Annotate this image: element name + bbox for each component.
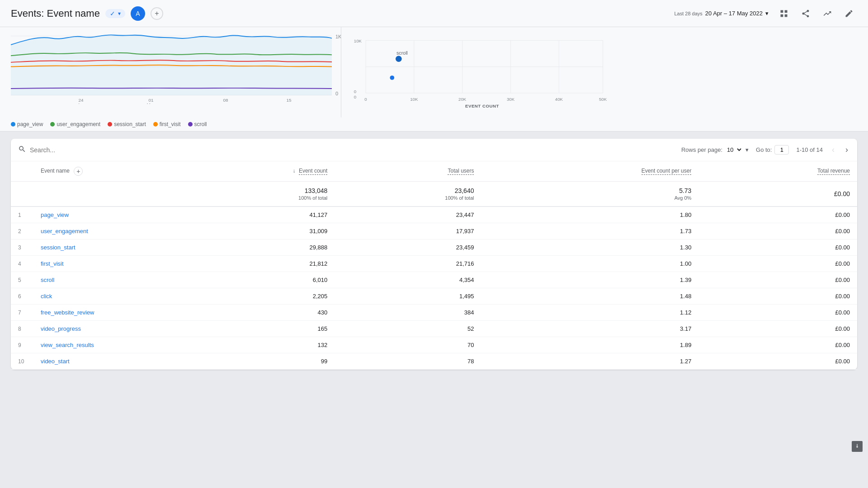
event-name-cell-9: view_search_results bbox=[33, 337, 169, 353]
event-name-link-3[interactable]: session_start bbox=[41, 244, 75, 251]
title-badge[interactable]: ✓ ▾ bbox=[105, 9, 125, 18]
event-count-per-user-cell-8: 3.17 bbox=[481, 321, 698, 337]
event-count-per-user-cell-3: 1.30 bbox=[481, 239, 698, 256]
prev-page-button[interactable]: ‹ bbox=[830, 144, 836, 155]
col-label-event-count-per-user: Event count per user bbox=[642, 168, 692, 175]
totals-total-users: 23,640 100% of total bbox=[335, 182, 481, 207]
legend-item-scroll: scroll bbox=[188, 121, 207, 127]
svg-text:EVENT COUNT: EVENT COUNT bbox=[465, 103, 499, 108]
table-row: 8 video_progress 165 52 3.17 £0.00 bbox=[11, 321, 857, 337]
table-row: 4 first_visit 21,812 21,716 1.00 £0.00 bbox=[11, 256, 857, 272]
header-actions bbox=[776, 5, 857, 22]
col-header-event-count-per-user: Event count per user bbox=[481, 161, 698, 182]
col-header-event-count[interactable]: ↓ Event count bbox=[169, 161, 335, 182]
event-name-cell-6: click bbox=[33, 288, 169, 305]
row-num-6: 6 bbox=[11, 288, 33, 305]
edit-icon[interactable] bbox=[841, 5, 857, 22]
event-name-link-6[interactable]: click bbox=[41, 293, 52, 300]
svg-text:10K: 10K bbox=[354, 38, 362, 43]
event-name-cell-8: video_progress bbox=[33, 321, 169, 337]
rows-per-page-label: Rows per page: bbox=[681, 146, 722, 153]
total-revenue-cell-5: £0.00 bbox=[698, 272, 857, 288]
event-name-link-4[interactable]: first_visit bbox=[41, 260, 64, 267]
event-name-link-1[interactable]: page_view bbox=[41, 211, 69, 218]
total-users-cell-1: 23,447 bbox=[335, 206, 481, 223]
avatar[interactable]: A bbox=[131, 6, 145, 21]
sort-arrow-icon: ↓ bbox=[293, 168, 296, 174]
total-revenue-cell-8: £0.00 bbox=[698, 321, 857, 337]
table-row: 3 session_start 29,888 23,459 1.30 £0.00 bbox=[11, 239, 857, 256]
table-row: 5 scroll 6,010 4,354 1.39 £0.00 bbox=[11, 272, 857, 288]
col-header-row-num bbox=[11, 161, 33, 182]
total-users-cell-6: 1,495 bbox=[335, 288, 481, 305]
col-label-total-revenue: Total revenue bbox=[817, 168, 850, 175]
total-users-cell-10: 78 bbox=[335, 353, 481, 370]
date-range-prefix: Last 28 days bbox=[674, 11, 702, 16]
total-users-cell-2: 17,937 bbox=[335, 223, 481, 239]
check-icon: ✓ bbox=[110, 10, 115, 17]
search-container bbox=[18, 145, 120, 155]
totals-event-count-per-user: 5.73 Avg 0% bbox=[481, 182, 698, 207]
event-count-per-user-cell-2: 1.73 bbox=[481, 223, 698, 239]
svg-text:50K: 50K bbox=[599, 97, 607, 102]
total-users-cell-4: 21,716 bbox=[335, 256, 481, 272]
row-num-7: 7 bbox=[11, 305, 33, 321]
trend-icon[interactable] bbox=[819, 5, 835, 22]
go-to-input[interactable] bbox=[774, 145, 789, 155]
row-num-4: 4 bbox=[11, 256, 33, 272]
rows-per-page-select[interactable]: 10 25 50 bbox=[725, 146, 743, 154]
next-page-button[interactable]: › bbox=[844, 144, 850, 155]
event-name-cell-10: video_start bbox=[33, 353, 169, 370]
svg-text:Apr: Apr bbox=[77, 102, 85, 104]
event-name-cell-7: free_website_review bbox=[33, 305, 169, 321]
total-users-cell-8: 52 bbox=[335, 321, 481, 337]
legend-dot-session-start bbox=[108, 122, 112, 127]
event-name-link-5[interactable]: scroll bbox=[41, 277, 54, 283]
main-container: Events: Event name ✓ ▾ A + Last 28 days … bbox=[0, 0, 868, 488]
add-column-button[interactable]: + bbox=[74, 167, 83, 176]
table-view-icon[interactable] bbox=[776, 5, 792, 22]
event-count-cell-9: 132 bbox=[169, 337, 335, 353]
total-revenue-cell-9: £0.00 bbox=[698, 337, 857, 353]
event-count-per-user-cell-1: 1.80 bbox=[481, 206, 698, 223]
legend-dot-scroll bbox=[188, 122, 193, 127]
event-name-cell-1: page_view bbox=[33, 206, 169, 223]
add-comparison-button[interactable]: + bbox=[151, 7, 163, 20]
event-count-cell-5: 6,010 bbox=[169, 272, 335, 288]
page-title: Events: Event name bbox=[11, 8, 100, 19]
total-revenue-cell-10: £0.00 bbox=[698, 353, 857, 370]
event-name-link-2[interactable]: user_engagement bbox=[41, 228, 88, 235]
legend-item-session-start: session_start bbox=[108, 121, 146, 127]
event-name-link-8[interactable]: video_progress bbox=[41, 325, 81, 332]
total-revenue-cell-7: £0.00 bbox=[698, 305, 857, 321]
row-num-9: 9 bbox=[11, 337, 33, 353]
header-left: Events: Event name ✓ ▾ A + bbox=[11, 6, 163, 21]
event-count-cell-3: 29,888 bbox=[169, 239, 335, 256]
legend-dot-user-engagement bbox=[50, 122, 55, 127]
search-input[interactable] bbox=[30, 146, 120, 154]
share-icon[interactable] bbox=[797, 5, 814, 22]
col-label-event-name: Event name bbox=[41, 168, 70, 174]
svg-point-24 bbox=[396, 56, 402, 62]
scatter-chart: 10K 0 0 scroll bbox=[350, 32, 857, 108]
table-controls: Rows per page: 10 25 50 ▾ Go to: 1-10 of… bbox=[11, 139, 857, 161]
svg-text:30K: 30K bbox=[507, 97, 515, 102]
event-name-link-10[interactable]: video_start bbox=[41, 358, 70, 365]
totals-event-count: 133,048 100% of total bbox=[169, 182, 335, 207]
event-name-link-9[interactable]: view_search_results bbox=[41, 342, 94, 348]
svg-text:scroll: scroll bbox=[396, 50, 408, 56]
date-range-selector[interactable]: Last 28 days 20 Apr – 17 May 2022 ▾ bbox=[674, 10, 769, 17]
col-label-total-users: Total users bbox=[448, 168, 474, 175]
total-users-cell-7: 384 bbox=[335, 305, 481, 321]
event-name-link-7[interactable]: free_website_review bbox=[41, 309, 94, 316]
legend-item-first-visit: first_visit bbox=[153, 121, 181, 127]
legend-dot-first-visit bbox=[153, 122, 158, 127]
svg-text:20K: 20K bbox=[458, 97, 467, 102]
legend-dot-page-view bbox=[11, 122, 15, 127]
table-row: 10 video_start 99 78 1.27 £0.00 bbox=[11, 353, 857, 370]
svg-text:0: 0 bbox=[364, 97, 367, 102]
event-count-cell-8: 165 bbox=[169, 321, 335, 337]
totals-row: 133,048 100% of total 23,640 100% of tot… bbox=[11, 182, 857, 207]
table-header-row: Event name + ↓ Event count Total users E… bbox=[11, 161, 857, 182]
event-count-cell-6: 2,205 bbox=[169, 288, 335, 305]
